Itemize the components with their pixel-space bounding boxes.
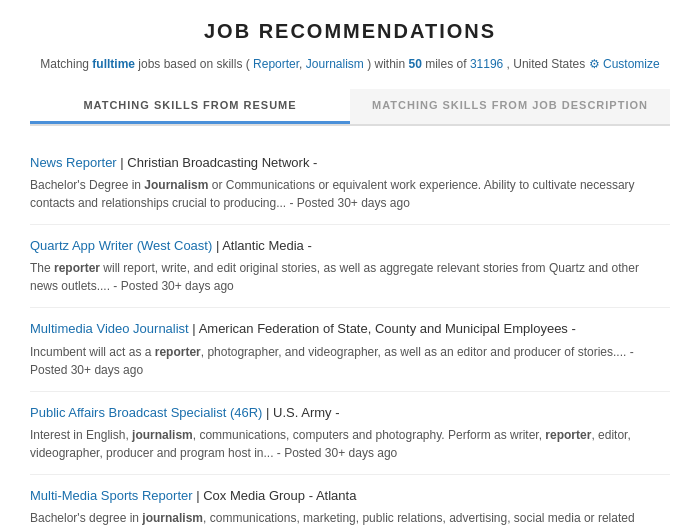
tab-job-description[interactable]: MATCHING SKILLS FROM JOB DESCRIPTION [350, 89, 670, 124]
tab-resume[interactable]: MATCHING SKILLS FROM RESUME [30, 89, 350, 124]
subtitle-pre: Matching [40, 57, 92, 71]
subtitle-miles: 50 [409, 57, 422, 71]
subtitle-comma: , [299, 57, 306, 71]
list-item: Public Affairs Broadcast Specialist (46R… [30, 392, 670, 475]
job-separator: | [193, 488, 204, 503]
job-company: U.S. Army - [273, 405, 339, 420]
job-description: Incumbent will act as a reporter, photog… [30, 343, 670, 379]
list-item: Multi-Media Sports Reporter | Cox Media … [30, 475, 670, 525]
job-title-link[interactable]: Public Affairs Broadcast Specialist (46R… [30, 405, 262, 420]
job-title-link[interactable]: News Reporter [30, 155, 117, 170]
subtitle-mid4: , United States [503, 57, 588, 71]
job-separator: | [117, 155, 128, 170]
job-company: American Federation of State, County and… [199, 321, 576, 336]
job-title-link[interactable]: Multi-Media Sports Reporter [30, 488, 193, 503]
job-company: Christian Broadcasting Network - [127, 155, 317, 170]
page-container: JOB RECOMMENDATIONS Matching fulltime jo… [0, 0, 700, 525]
job-title-line: Public Affairs Broadcast Specialist (46R… [30, 404, 670, 422]
job-description: The reporter will report, write, and edi… [30, 259, 670, 295]
subtitle-skill2: Journalism [306, 57, 364, 71]
customize-link[interactable]: Customize [603, 57, 660, 71]
subtitle-zip: 31196 [470, 57, 503, 71]
job-title-line: News Reporter | Christian Broadcasting N… [30, 154, 670, 172]
tabs-container: MATCHING SKILLS FROM RESUME MATCHING SKI… [30, 89, 670, 126]
job-title-line: Quartz App Writer (West Coast) | Atlanti… [30, 237, 670, 255]
list-item: Multimedia Video Journalist | American F… [30, 308, 670, 391]
subtitle: Matching fulltime jobs based on skills (… [30, 55, 670, 73]
list-item: Quartz App Writer (West Coast) | Atlanti… [30, 225, 670, 308]
job-title-line: Multimedia Video Journalist | American F… [30, 320, 670, 338]
job-description: Interest in English, journalism, communi… [30, 426, 670, 462]
job-description: Bachelor's degree in journalism, communi… [30, 509, 670, 525]
list-item: News Reporter | Christian Broadcasting N… [30, 142, 670, 225]
subtitle-mid3: miles of [422, 57, 470, 71]
subtitle-mid2: ) within [364, 57, 409, 71]
job-separator: | [212, 238, 222, 253]
page-title: JOB RECOMMENDATIONS [30, 20, 670, 43]
subtitle-mid1: jobs based on skills ( [135, 57, 253, 71]
gear-icon: ⚙ [589, 57, 600, 71]
job-title-link[interactable]: Multimedia Video Journalist [30, 321, 189, 336]
job-title-line: Multi-Media Sports Reporter | Cox Media … [30, 487, 670, 505]
job-company: Atlantic Media - [222, 238, 312, 253]
job-company: Cox Media Group - Atlanta [203, 488, 356, 503]
subtitle-fulltime: fulltime [92, 57, 135, 71]
job-description: Bachelor's Degree in Journalism or Commu… [30, 176, 670, 212]
job-separator: | [189, 321, 199, 336]
job-title-link[interactable]: Quartz App Writer (West Coast) [30, 238, 212, 253]
job-list: News Reporter | Christian Broadcasting N… [30, 142, 670, 525]
job-separator: | [262, 405, 273, 420]
subtitle-skill1: Reporter [253, 57, 299, 71]
